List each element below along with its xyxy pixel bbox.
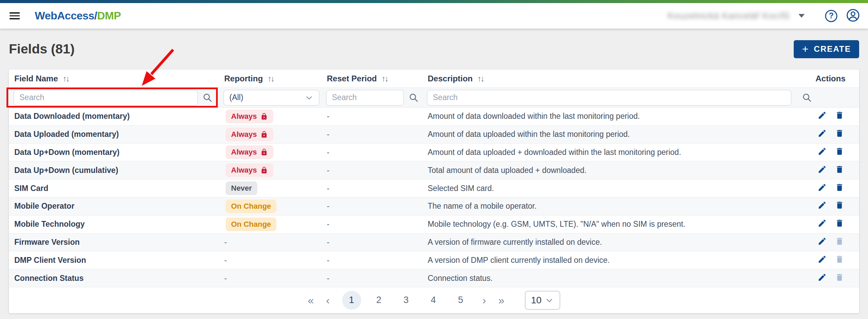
page-title: Fields (81) (9, 42, 75, 57)
actions-filter-cell (797, 93, 859, 103)
account-icon (846, 9, 860, 22)
reporting-filter-select[interactable]: (All) (224, 90, 319, 106)
sort-icon[interactable]: ↑↓ (63, 74, 69, 83)
column-header-description[interactable]: Description ↑↓ (422, 74, 797, 83)
row-actions-cell (797, 165, 859, 176)
lock-icon (260, 166, 268, 174)
reporting-cell: - (219, 274, 321, 283)
description-cell: Mobile technology (e.g. GSM, UMTS, LTE).… (422, 220, 797, 229)
row-actions-cell (797, 201, 859, 212)
delete-icon[interactable] (835, 111, 844, 122)
chevron-down-icon (798, 14, 805, 18)
create-button[interactable]: + CREATE (794, 40, 859, 58)
sort-icon[interactable]: ↑↓ (477, 74, 484, 83)
delete-icon[interactable] (835, 183, 844, 194)
app-logo[interactable]: WebAccess/DMP (35, 10, 121, 22)
reporting-cell: On Change (219, 200, 321, 213)
edit-icon[interactable] (818, 129, 827, 140)
page-button-1[interactable]: 1 (342, 291, 361, 310)
edit-icon[interactable] (818, 183, 827, 194)
fields-table-card: Field Name ↑↓ Reporting ↑↓ Reset Period … (9, 69, 859, 313)
logo-text-secondary: DMP (97, 10, 121, 22)
page-button-5[interactable]: 5 (451, 291, 470, 310)
sort-icon[interactable]: ↑↓ (268, 74, 274, 83)
description-cell: Total amount of data uploaded + download… (422, 166, 797, 175)
edit-icon[interactable] (818, 111, 827, 122)
reset-period-cell: - (321, 166, 422, 175)
sort-icon[interactable]: ↑↓ (382, 74, 388, 83)
row-actions-cell (797, 147, 859, 158)
brand-gradient-strip (0, 0, 868, 3)
reporting-badge: Always (226, 163, 273, 177)
delete-icon[interactable] (835, 165, 844, 176)
reset-period-cell: - (321, 202, 422, 211)
column-header-reset-period[interactable]: Reset Period ↑↓ (321, 74, 422, 83)
delete-icon[interactable] (835, 147, 844, 158)
account-button[interactable] (846, 9, 860, 23)
edit-icon[interactable] (818, 273, 827, 284)
reset-period-cell: - (321, 274, 422, 283)
reporting-cell: Always (219, 163, 321, 177)
table-row: Connection Status - - Connection status. (9, 269, 859, 287)
page-button-3[interactable]: 3 (397, 291, 416, 310)
row-actions-cell (797, 183, 859, 194)
delete-icon[interactable] (835, 129, 844, 140)
edit-icon[interactable] (818, 255, 827, 266)
column-header-reporting[interactable]: Reporting ↑↓ (219, 74, 321, 83)
edit-icon[interactable] (818, 237, 827, 248)
reset-period-cell: - (321, 112, 422, 121)
reporting-badge: Never (226, 181, 257, 195)
column-header-field-name[interactable]: Field Name ↑↓ (9, 74, 219, 83)
edit-icon[interactable] (818, 219, 827, 230)
reporting-cell: Always (219, 128, 321, 141)
description-cell: The name of a mobile operator. (422, 202, 797, 211)
delete-icon[interactable] (835, 219, 844, 230)
table-row: Mobile Technology On Change - Mobile tec… (9, 216, 859, 234)
reset-period-search-input[interactable] (326, 90, 404, 106)
search-icon[interactable] (202, 93, 213, 103)
reporting-badge: Always (226, 128, 273, 141)
next-page-button[interactable]: › (483, 295, 486, 306)
edit-icon[interactable] (818, 201, 827, 212)
create-button-label: CREATE (814, 44, 851, 54)
delete-icon[interactable] (835, 273, 844, 284)
page-button-2[interactable]: 2 (369, 291, 389, 310)
reporting-cell: On Change (219, 218, 321, 231)
reset-period-cell: - (321, 184, 422, 193)
first-page-button[interactable]: « (308, 295, 314, 306)
app-header: WebAccess/DMP Kouzelnická Kancelář Kocíf… (0, 0, 868, 29)
field-name-search-input[interactable] (14, 90, 198, 106)
description-cell: Selected SIM card. (422, 184, 797, 193)
delete-icon[interactable] (835, 201, 844, 212)
field-name-cell: Connection Status (9, 274, 219, 283)
organization-selector[interactable]: Kouzelnická Kancelář Kocífů (668, 11, 805, 21)
prev-page-button[interactable]: ‹ (326, 295, 330, 306)
edit-icon[interactable] (818, 165, 827, 176)
last-page-button[interactable]: » (498, 295, 504, 306)
search-icon[interactable] (409, 93, 419, 103)
reporting-filter-value: (All) (229, 93, 243, 102)
table-row: Data Up+Down (cumulative) Always - Total… (9, 161, 859, 179)
delete-icon[interactable] (835, 237, 844, 248)
reset-period-cell: - (321, 148, 422, 157)
table-header-row: Field Name ↑↓ Reporting ↑↓ Reset Period … (9, 69, 859, 88)
table-filter-row: (All) (9, 88, 859, 108)
row-actions-cell (797, 111, 859, 122)
description-cell: Amount of data uploaded + downloaded wit… (422, 148, 797, 157)
page-button-4[interactable]: 4 (424, 291, 443, 310)
edit-icon[interactable] (818, 147, 827, 158)
help-button[interactable]: ? (825, 10, 837, 22)
delete-icon[interactable] (835, 255, 844, 266)
reporting-badge: Always (226, 145, 273, 159)
table-body: Data Downloaded (momentary) Always - Amo… (9, 108, 859, 287)
page-size-select[interactable]: 10 (525, 291, 560, 310)
reporting-cell: - (219, 238, 321, 247)
field-name-cell: Mobile Operator (9, 202, 219, 211)
search-icon[interactable] (802, 93, 812, 103)
help-icon: ? (825, 10, 837, 22)
table-row: Mobile Operator On Change - The name of … (9, 197, 859, 216)
description-search-input[interactable] (427, 90, 791, 106)
lock-icon (260, 113, 268, 120)
menu-icon[interactable] (10, 12, 20, 19)
row-actions-cell (797, 219, 859, 230)
